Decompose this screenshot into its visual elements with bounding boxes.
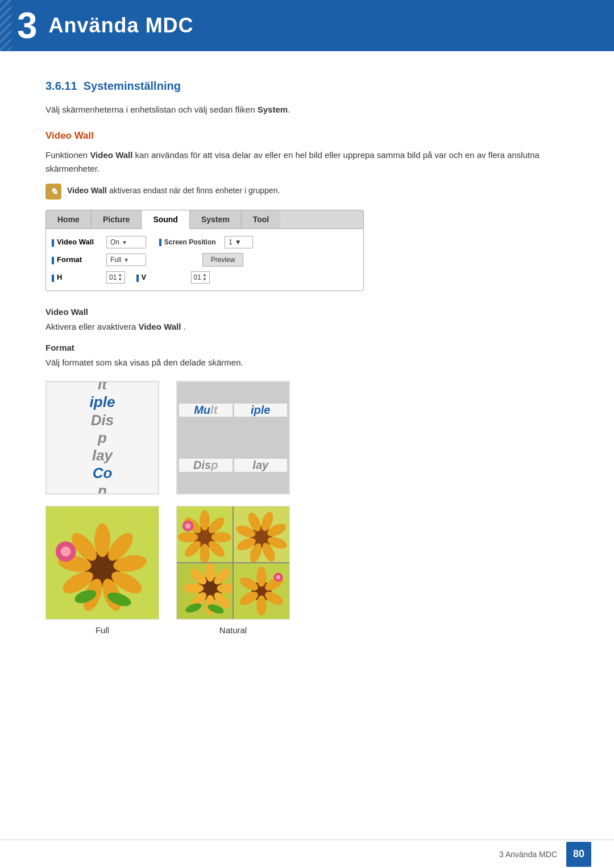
video-wall-label: Video Wall bbox=[52, 238, 103, 246]
panel-row-3: H 01 ▲ ▼ V 01 ▲ ▼ bbox=[52, 271, 358, 284]
vw-desc-bold: Video Wall bbox=[138, 322, 181, 331]
ui-tabs: Home Picture Sound System Tool bbox=[46, 210, 363, 229]
v-value: 01 bbox=[194, 273, 201, 281]
format-images-container: Multiple Display Control Mult iple Disp … bbox=[45, 381, 569, 495]
page-number: 80 bbox=[566, 842, 591, 867]
screen-position-select[interactable]: 1 ▼ bbox=[225, 236, 253, 248]
h-input[interactable]: 01 ▲ ▼ bbox=[106, 271, 125, 284]
panel-row-1: Video Wall On ▼ Screen Position 1 ▼ bbox=[52, 236, 358, 248]
section-number: 3.6.11 bbox=[45, 80, 77, 92]
natural-logo-box: Mult iple Disp lay bbox=[176, 381, 290, 495]
tab-system[interactable]: System bbox=[190, 210, 242, 229]
natural-photo-box bbox=[176, 506, 290, 620]
svg-point-59 bbox=[276, 575, 280, 580]
v-spinners[interactable]: ▲ ▼ bbox=[202, 273, 207, 282]
preview-button[interactable]: Preview bbox=[202, 253, 244, 267]
full-logo-text: Multiple Display Control bbox=[90, 381, 115, 495]
format-value: Full bbox=[110, 256, 121, 264]
format-arrow: ▼ bbox=[123, 257, 129, 263]
natural-cell-4: lay bbox=[234, 459, 288, 472]
photo-cell-2 bbox=[234, 506, 289, 562]
natural-cell-3: Disp bbox=[179, 459, 233, 472]
vw-desc-text: Aktivera eller avaktivera Video Wall . bbox=[45, 320, 569, 334]
footer-text: 3 Använda MDC bbox=[499, 850, 557, 859]
full-caption: Full bbox=[96, 625, 109, 635]
h-spinners[interactable]: ▲ ▼ bbox=[118, 273, 122, 282]
chapter-number: 3 bbox=[17, 7, 38, 44]
format-full-photo: Full bbox=[45, 506, 159, 635]
section-intro: Välj skärmenheterna i enhetslistan och v… bbox=[45, 103, 569, 117]
para-bold: Video Wall bbox=[90, 150, 132, 160]
page-header: 3 Använda MDC bbox=[0, 0, 614, 51]
tab-home[interactable]: Home bbox=[46, 210, 92, 229]
format-desc-text: Välj formatet som ska visas på den delad… bbox=[45, 356, 569, 369]
svg-point-20 bbox=[211, 532, 231, 542]
note-text: Video Wall aktiveras endast när det finn… bbox=[67, 184, 280, 197]
section-heading: 3.6.11 Systeminställning bbox=[45, 80, 569, 93]
full-logo-box: Multiple Display Control bbox=[45, 381, 159, 495]
tab-sound[interactable]: Sound bbox=[142, 210, 190, 229]
svg-point-46 bbox=[184, 583, 204, 593]
photo-cell-3 bbox=[177, 563, 233, 619]
full-photo-box bbox=[45, 506, 159, 620]
page-footer: 3 Använda MDC 80 bbox=[0, 840, 614, 868]
screen-position-value: 1 bbox=[229, 238, 233, 246]
video-wall-select[interactable]: On ▼ bbox=[106, 236, 146, 248]
v-input[interactable]: 01 ▲ ▼ bbox=[191, 271, 210, 284]
stripe-decoration bbox=[0, 0, 11, 51]
video-wall-value: On bbox=[110, 238, 119, 246]
h-label: H bbox=[52, 273, 103, 281]
screen-position-label: Screen Position bbox=[159, 238, 216, 246]
svg-point-55 bbox=[256, 596, 267, 616]
format-natural-photo: Natural bbox=[176, 506, 290, 635]
natural-photo-grid bbox=[177, 506, 289, 619]
photo-cell-1 bbox=[177, 506, 233, 562]
select-arrow: ▼ bbox=[122, 239, 127, 246]
note-box: ✎ Video Wall aktiveras endast när det fi… bbox=[45, 184, 569, 200]
format-label: Format bbox=[52, 255, 103, 264]
svg-point-52 bbox=[256, 567, 267, 587]
ui-panel: Home Picture Sound System Tool Video Wal… bbox=[45, 210, 364, 291]
para-prefix: Funktionen bbox=[45, 150, 90, 160]
natural-cell-1: Mult bbox=[179, 404, 233, 417]
v-label: V bbox=[136, 273, 188, 281]
format-desc-heading: Format bbox=[45, 343, 569, 352]
section-title: Systeminställning bbox=[84, 80, 181, 92]
tab-picture[interactable]: Picture bbox=[92, 210, 142, 229]
svg-point-27 bbox=[185, 523, 191, 529]
panel-row-2: Format Full ▼ Preview bbox=[52, 253, 358, 267]
note-icon: ✎ bbox=[45, 184, 61, 200]
full-photo-svg bbox=[46, 506, 159, 619]
svg-point-3 bbox=[94, 524, 110, 557]
video-wall-heading: Video Wall bbox=[45, 130, 569, 142]
format-natural-logo: Mult iple Disp lay bbox=[176, 381, 290, 495]
svg-point-18 bbox=[200, 510, 210, 530]
format-full-logo: Multiple Display Control bbox=[45, 381, 159, 495]
main-content: 3.6.11 Systeminställning Välj skärmenhet… bbox=[0, 51, 614, 675]
format-select[interactable]: Full ▼ bbox=[106, 254, 146, 266]
svg-point-24 bbox=[178, 532, 198, 542]
photo-cell-4 bbox=[234, 563, 289, 619]
video-wall-para: Funktionen Video Wall kan användas för a… bbox=[45, 148, 569, 176]
natural-caption: Natural bbox=[219, 625, 247, 635]
tab-tool[interactable]: Tool bbox=[242, 210, 281, 229]
h-value: 01 bbox=[109, 273, 117, 281]
vw-desc-heading: Video Wall bbox=[45, 307, 569, 317]
screen-pos-arrow: ▼ bbox=[235, 238, 242, 246]
svg-point-13 bbox=[61, 546, 71, 556]
ui-panel-body: Video Wall On ▼ Screen Position 1 ▼ bbox=[46, 229, 363, 290]
photo-images-container: Full bbox=[45, 506, 569, 635]
chapter-title: Använda MDC bbox=[49, 14, 194, 38]
natural-cell-2: iple bbox=[234, 404, 288, 417]
